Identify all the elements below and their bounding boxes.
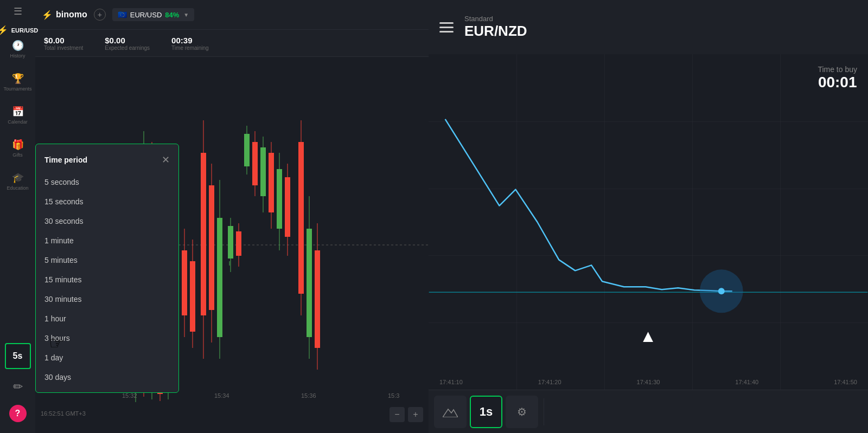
sidebar-item-tournaments[interactable]: 🏆 Tournaments [0,68,35,96]
svg-rect-33 [269,153,274,212]
sidebar-label-education: Education [7,185,28,191]
mountain-chart-button[interactable] [434,396,467,428]
bottom-bar-divider [544,398,544,425]
gifts-icon: 🎁 [12,139,24,151]
pair-flag: 🇪🇺 [118,10,127,19]
time-label-1: 17:41:10 [439,379,463,385]
pencil-icon[interactable]: ✏ [13,380,23,394]
time-to-buy-overlay: Time to buy 00:01 [818,65,857,91]
svg-rect-27 [244,134,250,166]
time-period-1m[interactable]: 1 minute [36,231,178,250]
mountain-icon [443,406,458,417]
right-header: Standard EUR/NZD [429,0,868,54]
time-period-30m[interactable]: 30 minutes [36,289,178,309]
hamburger-line-1 [439,22,454,24]
expected-earnings-stat: $0.00 Expected earnings [105,36,150,51]
time-period-button[interactable]: 5s [5,343,31,369]
sidebar-label-tournaments: Tournaments [3,86,31,92]
time-period-1s-button[interactable]: 1s [470,396,502,428]
svg-point-60 [718,288,725,294]
sidebar-item-education[interactable]: 🎓 Education [0,167,35,195]
time-to-buy-value: 00:01 [818,74,857,91]
time-period-30d[interactable]: 30 days [36,367,178,387]
total-investment-label: Total investment [44,45,83,51]
logo: ⚡ binomo [42,10,87,20]
time-remaining-value: 00:39 [171,36,209,45]
help-button[interactable]: ? [9,405,27,422]
right-title-area: Standard EUR/NZD [464,15,527,40]
svg-rect-29 [252,142,258,185]
drawing-tools-icon: ⚙ [517,405,527,418]
time-remaining-stat: 00:39 Time remaining [171,36,209,51]
chart-header: ⚡ binomo + 🇪🇺 EUR/USD 84% ▼ [35,0,429,30]
svg-marker-61 [443,409,458,417]
sidebar-item-calendar[interactable]: 📅 Calendar [0,101,35,129]
time-label-4: 17:41:40 [735,379,758,385]
svg-rect-14 [190,261,195,332]
pair-selector[interactable]: 🇪🇺 EUR/USD 84% ▼ [112,8,194,21]
hamburger-line-3 [439,31,454,33]
time-remaining-label: Time remaining [171,45,209,51]
time-label-2: 17:41:20 [538,379,561,385]
dropdown-title: Time period [44,156,87,164]
right-bottom-bar: 1s ⚙ [429,390,868,433]
drawing-tools-button[interactable]: ⚙ [506,396,538,428]
time-period-15m[interactable]: 15 minutes [36,270,178,289]
right-panel: Standard EUR/NZD Time to buy 00:01 [429,0,868,433]
svg-rect-22 [228,226,233,258]
time-period-1h[interactable]: 1 hour [36,309,178,328]
menu-icon[interactable]: ☰ [14,5,22,17]
svg-text:15:32: 15:32 [122,392,137,399]
svg-rect-35 [277,169,282,229]
logo-area: ⚡ EUR/USD [0,25,38,35]
svg-rect-25 [236,231,241,256]
zoom-out-button[interactable]: − [390,407,405,422]
right-subtitle: Standard [464,15,527,23]
pair-name: EUR/USD [130,11,162,19]
pair-percent: 84% [165,11,179,19]
add-tab-button[interactable]: + [94,9,106,21]
logo-lightning-icon: ⚡ [0,25,8,35]
chart-controls: − + [390,407,423,422]
dropdown-close-button[interactable]: ✕ [162,154,170,166]
tournaments-icon: 🏆 [12,73,24,85]
history-icon: 🕐 [12,40,24,51]
svg-text:15:3: 15:3 [388,392,399,399]
sidebar-item-gifts[interactable]: 🎁 Gifts [0,134,35,162]
svg-text:15:36: 15:36 [301,392,316,399]
hamburger-menu-button[interactable] [439,22,454,33]
time-to-buy-label: Time to buy [818,65,857,74]
expected-earnings-label: Expected earnings [105,45,150,51]
candlestick-chart-area: 15:32 15:34 15:36 15:3 16:52:51 GMT+3 − … [35,57,429,433]
svg-rect-18 [209,185,214,310]
cursor-arrow-icon: ▲ [640,326,657,346]
svg-rect-20 [217,218,222,337]
right-pair: EUR/NZD [464,23,527,40]
time-period-15s[interactable]: 15 seconds [36,192,178,211]
main-area: ⚡ binomo + 🇪🇺 EUR/USD 84% ▼ $0.00 Total … [35,0,429,433]
svg-rect-12 [182,250,187,315]
binomo-text: binomo [56,10,87,20]
zoom-in-button[interactable]: + [408,407,423,422]
logo-text: EUR/USD [11,27,39,34]
education-icon: 🎓 [12,172,24,184]
binomo-lightning-icon: ⚡ [42,10,53,20]
time-label-5: 17:41:50 [834,379,857,385]
time-period-dropdown: Time period ✕ 5 seconds 15 seconds 30 se… [35,144,179,393]
svg-rect-41 [307,229,312,337]
time-period-1s-label: 1s [480,405,493,419]
svg-rect-16 [201,153,206,315]
total-investment-value: $0.00 [44,36,83,45]
time-period-5s[interactable]: 5 seconds [36,172,178,192]
dropdown-header: Time period ✕ [36,150,178,172]
sidebar-label-history: History [10,53,25,59]
time-period-5m[interactable]: 5 minutes [36,250,178,270]
left-panel: ☰ ⚡ EUR/USD 🕐 History 🏆 Tournaments 📅 Ca… [0,0,429,433]
svg-rect-31 [260,147,266,196]
svg-text:15:34: 15:34 [214,392,229,399]
expected-earnings-value: $0.00 [105,36,150,45]
sidebar-label-gifts: Gifts [12,152,23,158]
time-period-30s[interactable]: 30 seconds [36,211,178,231]
calendar-icon: 📅 [12,106,24,118]
sidebar-item-history[interactable]: 🕐 History [0,35,35,63]
